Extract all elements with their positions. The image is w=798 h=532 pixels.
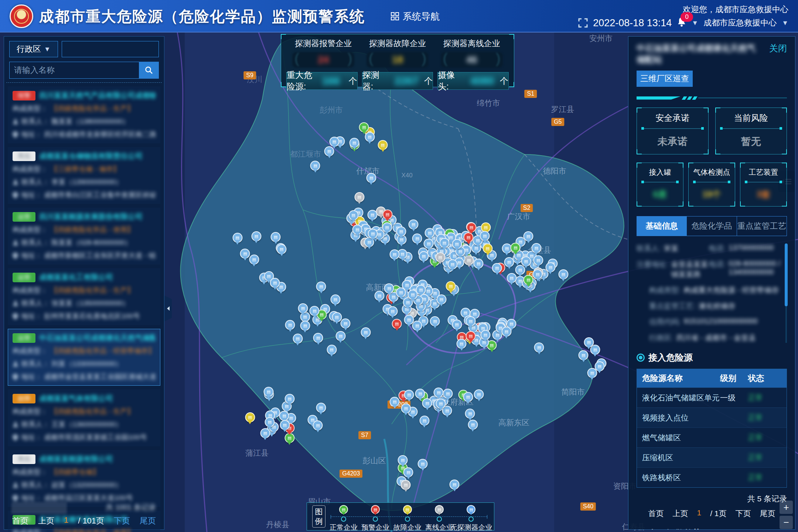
enterprise-map-pin[interactable]: ▤ — [447, 259, 457, 269]
enterprise-map-pin[interactable]: ▤ — [263, 387, 273, 397]
pagination-last[interactable]: 尾页 — [140, 515, 156, 526]
enterprise-map-pin[interactable]: ▤ — [452, 320, 462, 330]
enterprise-map-pin[interactable]: ▤ — [280, 420, 290, 430]
company-list-item[interactable]: 离线成都某某能源有限公司构成类型：【四级带仓储】联系人： 赵某（13200000… — [8, 450, 160, 507]
enterprise-map-pin[interactable]: ▤ — [424, 239, 434, 249]
enterprise-map-pin[interactable]: ▤ — [466, 331, 476, 341]
enterprise-map-pin[interactable]: ▤ — [545, 262, 555, 272]
enterprise-map-pin[interactable]: ▤ — [436, 294, 446, 304]
enterprise-map-pin[interactable]: ▤ — [277, 244, 287, 254]
enterprise-map-pin[interactable]: ▤ — [430, 316, 440, 326]
scrollbar-thumb[interactable] — [785, 243, 788, 306]
enterprise-map-pin[interactable]: ▤ — [446, 281, 456, 291]
enterprise-map-pin[interactable]: ▤ — [316, 282, 326, 291]
enterprise-map-pin[interactable]: ▤ — [422, 398, 432, 408]
enterprise-map-pin[interactable]: ▤ — [378, 140, 388, 150]
enterprise-map-pin[interactable]: ▤ — [452, 239, 462, 249]
enterprise-map-pin[interactable]: ▤ — [492, 263, 502, 273]
enterprise-map-pin[interactable]: ▤ — [507, 273, 516, 283]
company-list-item[interactable]: 运营中石油某某公司成都液化天然气储配站构成类型：【四级危险化学品 - 经营带储存… — [8, 329, 160, 386]
pagination-next[interactable]: 下页 — [736, 508, 751, 519]
company-list-item[interactable]: 运营四川某某能源发展股份有限公司构成类型：【四级危险化学品 - 使用】联系人： … — [8, 208, 160, 265]
pagination-prev[interactable]: 上页 — [38, 515, 54, 526]
enterprise-map-pin[interactable]: ▤ — [313, 333, 323, 343]
enterprise-map-pin[interactable]: ▤ — [587, 368, 597, 378]
pagination-first[interactable]: 首页 — [12, 515, 28, 526]
sidebar-collapse-tab[interactable] — [164, 296, 172, 321]
enterprise-map-pin[interactable]: ▤ — [404, 315, 414, 325]
hazard-table-row[interactable]: 铁路栈桥区正常 — [637, 467, 787, 487]
enterprise-map-pin[interactable]: ▤ — [412, 233, 422, 243]
tab-basic-info[interactable]: 基础信息 — [637, 216, 687, 236]
company-list-item[interactable]: 运营成都某某化工有限公司构成类型：【四级危险化学品 - 生产】联系人： 张某某（… — [8, 268, 160, 325]
enterprise-map-pin[interactable]: ▤ — [534, 342, 544, 352]
enterprise-map-pin[interactable]: ▤ — [293, 334, 303, 344]
region-filter-select[interactable]: 行政区 ▼ — [9, 41, 58, 57]
enterprise-map-pin[interactable]: ▤ — [419, 416, 429, 426]
search-input[interactable] — [9, 62, 139, 79]
enterprise-map-pin[interactable]: ▤ — [401, 480, 411, 490]
3d-plant-tour-button[interactable]: 三维厂区巡查 — [637, 71, 693, 87]
enterprise-map-pin[interactable]: ▤ — [240, 249, 250, 259]
enterprise-map-pin[interactable]: ▤ — [382, 209, 392, 219]
enterprise-map-pin[interactable]: ▤ — [403, 467, 413, 477]
enterprise-map-pin[interactable]: ▤ — [335, 331, 345, 341]
hazard-table-row[interactable]: 压缩机区正常 — [637, 447, 787, 467]
enterprise-map-pin[interactable]: ▤ — [352, 225, 362, 235]
enterprise-map-pin[interactable]: ▤ — [584, 337, 594, 347]
enterprise-map-pin[interactable]: ▤ — [480, 330, 490, 340]
pagination-first[interactable]: 首页 — [648, 508, 664, 519]
tab-key-processes[interactable]: 重点监管工艺 — [737, 216, 787, 236]
enterprise-map-pin[interactable]: ▤ — [388, 306, 398, 316]
enterprise-map-pin[interactable]: ▤ — [533, 255, 543, 265]
pagination-prev[interactable]: 上页 — [672, 508, 688, 519]
enterprise-map-pin[interactable]: ▤ — [366, 173, 376, 183]
enterprise-map-pin[interactable]: ▤ — [279, 411, 289, 421]
enterprise-map-pin[interactable]: ▤ — [439, 238, 449, 248]
enterprise-map-pin[interactable]: ▤ — [533, 269, 543, 279]
enterprise-map-pin[interactable]: ▤ — [316, 403, 326, 413]
enterprise-map-pin[interactable]: ▤ — [330, 294, 340, 304]
enterprise-map-pin[interactable]: ▤ — [443, 389, 453, 399]
detail-scrollbar[interactable] — [785, 243, 787, 343]
enterprise-map-pin[interactable]: ▤ — [300, 321, 310, 331]
nav-system-menu[interactable]: 系统导航 — [391, 10, 440, 23]
enterprise-map-pin[interactable]: ▤ — [412, 321, 422, 331]
enterprise-map-pin[interactable]: ▤ — [409, 219, 419, 229]
page-jump-input[interactable] — [11, 502, 67, 514]
enterprise-map-pin[interactable]: ▤ — [415, 389, 425, 399]
enterprise-map-pin[interactable]: ▤ — [396, 226, 406, 236]
enterprise-map-pin[interactable]: ▤ — [504, 257, 514, 267]
enterprise-map-pin[interactable]: ▤ — [354, 192, 364, 202]
enterprise-map-pin[interactable]: ▤ — [284, 394, 294, 404]
enterprise-map-pin[interactable]: ▤ — [271, 232, 281, 242]
enterprise-map-pin[interactable]: ▤ — [232, 233, 242, 243]
enterprise-map-pin[interactable]: ▤ — [361, 327, 371, 337]
enterprise-map-pin[interactable]: ▤ — [418, 459, 428, 469]
enterprise-map-pin[interactable]: ▤ — [524, 231, 533, 241]
enterprise-map-pin[interactable]: ▤ — [251, 231, 261, 241]
enterprise-map-pin[interactable]: ▤ — [466, 316, 475, 326]
search-button[interactable] — [139, 62, 159, 79]
enterprise-map-pin[interactable]: ▤ — [450, 480, 460, 490]
enterprise-map-pin[interactable]: ▤ — [390, 397, 400, 407]
enterprise-map-pin[interactable]: ▤ — [558, 269, 568, 279]
company-list-item[interactable]: 离线成都某某仓储物流有限责任公司构成类型：【三级带仓储 - 储存】联系人： 李某… — [8, 147, 160, 204]
pagination-last[interactable]: 尾页 — [760, 508, 775, 519]
company-list-item[interactable]: 故障成都某某气体有限公司构成类型：【四级危险化学品 - 生产】联系人： 王某（1… — [8, 389, 160, 446]
region-filter-value[interactable] — [62, 41, 159, 57]
enterprise-map-pin[interactable]: ▤ — [463, 392, 473, 402]
enterprise-map-pin[interactable]: ▤ — [465, 409, 475, 419]
enterprise-map-pin[interactable]: ▤ — [245, 412, 255, 422]
enterprise-map-pin[interactable]: ▤ — [368, 229, 378, 239]
enterprise-map-pin[interactable]: ▤ — [327, 345, 337, 355]
enterprise-map-pin[interactable]: ▤ — [398, 455, 408, 465]
user-menu[interactable]: 成都市应急救援中心 — [703, 17, 777, 28]
enterprise-map-pin[interactable]: ▤ — [313, 420, 323, 430]
fullscreen-icon[interactable] — [578, 18, 588, 28]
enterprise-map-pin[interactable]: ▤ — [474, 389, 484, 399]
company-list-item[interactable]: 报警四川某某天然气产品有限公司成都物流配送中心构成类型：【四级危险化学品 - 生… — [8, 86, 160, 143]
enterprise-map-pin[interactable]: ▤ — [392, 319, 402, 329]
enterprise-map-pin[interactable]: ▤ — [531, 243, 541, 253]
enterprise-map-pin[interactable]: ▤ — [349, 138, 359, 148]
